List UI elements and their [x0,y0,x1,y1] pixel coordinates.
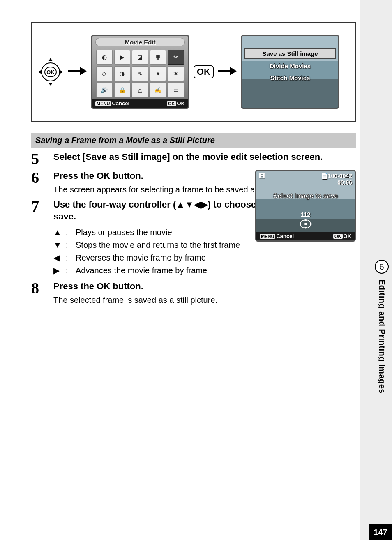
option-stitch: Stitch Movies [242,73,338,83]
up-arrow-icon: ▲ [53,226,66,239]
option-divide: Divide Movies [242,61,338,71]
svg-marker-6 [60,70,63,74]
svg-marker-4 [48,83,53,86]
svg-marker-10 [230,67,237,75]
grid-icon: ◪ [132,50,148,65]
svg-point-12 [304,223,307,225]
step-5: 5 Select [Save as Still image] on the mo… [31,151,356,166]
dir-text: Stops the movie and returns to the first… [76,239,240,252]
ok-chip: OK [167,101,176,106]
elapsed-time: 00:06 [337,179,352,186]
step-number: 8 [31,280,46,306]
step-description: The selected frame is saved as a still p… [53,294,356,306]
dir-row: ▶:Advances the movie frame by frame [53,264,356,277]
frame-number: 112 [256,211,355,218]
arrow-right-icon [68,65,87,79]
svg-marker-3 [48,58,53,61]
grid-icon: ♥ [150,66,166,81]
chapter-title: Editing and Printing Images [377,279,387,394]
chapter-tab: 6 Editing and Printing Images [371,260,392,394]
grid-icon: ◇ [96,66,113,81]
movie-icon: 🎞 [259,173,265,186]
step-8: 8 Press the OK button. The selected fram… [31,280,356,306]
grid-icon: ◑ [114,66,131,81]
flow-diagram: OK Movie Edit ◐ ▶ ◪ ▦ ✂ ◇ ◑ ✎ ♥ [31,22,356,122]
four-way-icon [256,219,355,231]
option-save-still: Save as Still image [244,48,336,59]
left-arrow-icon: ◀ [53,252,66,264]
grid-icon: ✎ [132,66,148,81]
dir-text: Reverses the movie frame by frame [76,252,206,264]
step-number: 5 [31,151,46,166]
dir-text: Plays or pauses the movie [76,226,172,239]
movie-edit-menu-screen: Movie Edit ◐ ▶ ◪ ▦ ✂ ◇ ◑ ✎ ♥ 👁 🔊 🔒 △ ✍ ▭… [91,35,189,109]
ok-button-text: OK [97,171,110,181]
right-arrow-icon: ▶ [53,264,66,277]
ok-button-text: OK [97,281,110,291]
grid-icon: △ [132,83,148,97]
grid-icon: ▦ [150,50,166,65]
grid-icon: ✍ [150,83,166,97]
svg-marker-15 [299,222,301,226]
instruction-steps: 5 Select [Save as Still image] on the mo… [31,151,356,306]
cancel-label: Cancel [276,233,294,239]
svg-marker-8 [80,67,87,75]
dir-row: ◀:Reverses the movie frame by frame [53,252,356,264]
grid-icon: 👁 [168,66,184,81]
down-arrow-icon: ▼ [53,239,66,252]
prompt-text: Select image to save [256,192,355,200]
page-content: OK Movie Edit ◐ ▶ ◪ ▦ ✂ ◇ ◑ ✎ ♥ [31,22,356,306]
grid-icon: ▭ [168,83,184,97]
chapter-number: 6 [375,260,389,274]
section-heading: Saving a Frame from a Movie as a Still P… [31,133,356,148]
menu-chip: MENU [260,234,275,239]
movie-edit-options-screen: Save as Still image Divide Movies Stitch… [241,35,339,109]
page-number: 147 [369,524,392,540]
step-title: Press the OK button. [53,280,356,293]
grid-icon: ◐ [96,50,113,65]
four-way-ok-icon: OK [37,57,64,87]
frame-select-screen: 🎞 📄100-0042 00:06 Select image to save 1… [255,170,356,242]
screen-footer: MENUCancel OKOK [92,99,188,108]
icon-grid: ◐ ▶ ◪ ▦ ✂ ◇ ◑ ✎ ♥ 👁 🔊 🔒 △ ✍ ▭ [92,48,188,99]
ok-label: OK [344,233,352,239]
step-number: 7 [31,198,46,277]
grid-icon: ▶ [114,50,131,65]
ok-button-icon: OK [194,65,214,78]
file-number: 📄100-0042 [321,173,352,179]
grid-icon-selected: ✂ [168,50,184,65]
arrow-right-icon [218,65,237,79]
screen-footer: MENUCancel OKOK [256,232,355,240]
ok-label: OK [177,100,185,106]
menu-chip: MENU [95,101,111,106]
step-number: 6 [31,170,46,195]
grid-icon: 🔒 [114,83,131,97]
step-title: Select [Save as Still image] on the movi… [53,151,356,163]
svg-marker-16 [310,222,312,226]
dir-text: Advances the movie frame by frame [76,264,207,277]
svg-marker-5 [38,70,42,74]
screen-title: Movie Edit [95,38,185,46]
grid-icon: 🔊 [96,83,113,97]
cancel-label: Cancel [112,100,129,106]
step-6: 6 Press the OK button. The screen appear… [31,170,356,195]
ok-chip: OK [333,234,343,239]
svg-text:OK: OK [46,69,55,75]
